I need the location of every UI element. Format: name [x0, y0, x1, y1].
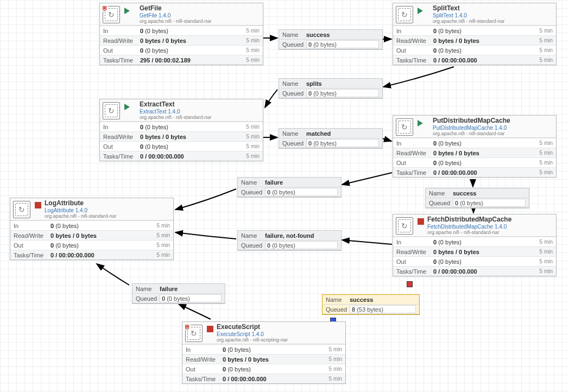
processor-icon	[396, 118, 413, 136]
stat-row: Read/Write0 bytes / 0 bytes5 min	[10, 230, 173, 240]
processor-version: GetFile 1.4.0	[140, 12, 263, 19]
connection-c_success2[interactable]: NamesuccessQueued0 (0 bytes)	[425, 188, 529, 208]
stat-row: Tasks/Time295 / 00:00:02.1895 min	[100, 55, 263, 65]
stat-row: Read/Write0 bytes / 0 bytes5 min	[393, 246, 556, 256]
connection-name-row: Namematched	[279, 129, 382, 138]
processor-name: GetFile	[140, 5, 263, 12]
processor-name: LogAttribute	[45, 200, 173, 207]
processor-name: PutDistributedMapCache	[433, 117, 556, 125]
queue-row: Queued0 (0 bytes)	[426, 198, 529, 208]
processor-SplitText[interactable]: SplitTextSplitText 1.4.0org.apache.nifi …	[393, 3, 557, 65]
processor-name: FetchDistributedMapCache	[427, 216, 556, 224]
stat-row: Read/Write0 bytes / 0 bytes5 min	[393, 148, 556, 157]
connection-c_splits[interactable]: NamesplitsQueued0 (0 bytes)	[279, 78, 383, 99]
processor-version: PutDistributedMapCache 1.4.0	[433, 125, 556, 131]
stat-row: Out0 (0 bytes)5 min	[100, 45, 263, 55]
stat-row: Tasks/Time0 / 00:00:00.0005 min	[393, 55, 556, 65]
queue-row: Queued0 (0 bytes)	[279, 138, 382, 148]
run-state-icon	[124, 104, 136, 110]
warning-icon: ⛨	[184, 324, 191, 330]
queue-row: Queued0 (0 bytes)	[238, 241, 341, 250]
processor-PutDMC[interactable]: PutDistributedMapCachePutDistributedMapC…	[393, 115, 557, 178]
processor-version: FetchDistributedMapCache 1.4.0	[427, 224, 556, 230]
processor-icon	[103, 102, 120, 119]
processor-version: LogAttribute 1.4.0	[45, 207, 173, 214]
connection-name-row: Namefailure, not-found	[238, 231, 341, 241]
processor-LogAttr[interactable]: LogAttributeLogAttribute 1.4.0org.apache…	[10, 198, 174, 260]
stat-row: In0 (0 bytes)5 min	[182, 344, 345, 354]
connection-c_failnf[interactable]: Namefailure, not-foundQueued0 (0 bytes)	[237, 230, 342, 251]
processor-bundle: org.apache.nifi - nifi-standard-nar	[140, 18, 263, 24]
stopped-state-icon	[35, 202, 41, 208]
stat-row: Read/Write0 bytes / 0 bytes5 min	[393, 35, 556, 45]
queue-row: Queued8 (53 bytes)	[323, 305, 419, 314]
processor-FetchDMC[interactable]: FetchDistributedMapCacheFetchDistributed…	[393, 214, 557, 276]
processor-GetFile[interactable]: ⛨GetFileGetFile 1.4.0org.apache.nifi - n…	[99, 3, 263, 65]
stat-row: In0 (0 bytes)5 min	[10, 220, 173, 230]
stat-row: In0 (0 bytes)5 min	[100, 122, 263, 131]
stat-row: Tasks/Time0 / 00:00:00.0005 min	[100, 151, 263, 161]
processor-icon: ⛨	[103, 6, 120, 23]
run-state-icon	[124, 8, 136, 14]
stat-row: Out0 (0 bytes)5 min	[393, 45, 556, 55]
stat-row: In0 (0 bytes)5 min	[100, 26, 263, 35]
queue-row: Queued0 (0 bytes)	[238, 187, 341, 197]
connection-name-row: Namesplits	[279, 79, 382, 88]
stat-row: Tasks/Time0 / 00:00:00.0005 min	[10, 250, 173, 260]
connection-name-row: Namesuccess	[426, 188, 529, 198]
stat-row: Tasks/Time0 / 00:00:00.0005 min	[393, 167, 556, 177]
connection-name-row: Namefailure	[238, 178, 341, 187]
processor-bundle: org.apache.nifi - nifi-standard-nar	[427, 230, 556, 235]
processor-version: SplitText 1.4.0	[433, 12, 556, 19]
connection-port-source[interactable]	[407, 281, 413, 287]
connection-c_success3[interactable]: NamesuccessQueued8 (53 bytes)	[322, 294, 420, 315]
processor-version: ExecuteScript 1.4.0	[217, 331, 345, 338]
processor-bundle: org.apache.nifi - nifi-standard-nar	[140, 115, 263, 120]
stat-row: Read/Write0 bytes / 0 bytes5 min	[100, 131, 263, 141]
processor-bundle: org.apache.nifi - nifi-standard-nar	[433, 131, 556, 136]
stat-row: Out0 (0 bytes)5 min	[182, 364, 345, 374]
warning-icon: ⛨	[102, 5, 108, 11]
processor-ExecScript[interactable]: ⛨ExecuteScriptExecuteScript 1.4.0org.apa…	[182, 321, 346, 384]
processor-icon	[396, 6, 413, 23]
processor-name: SplitText	[433, 5, 556, 12]
processor-name: ExecuteScript	[217, 324, 345, 331]
connection-c_success1[interactable]: NamesuccessQueued0 (0 bytes)	[279, 29, 383, 50]
stat-row: Out0 (0 bytes)5 min	[393, 256, 556, 266]
queue-row: Queued0 (0 bytes)	[132, 294, 225, 304]
stopped-state-icon	[418, 218, 424, 225]
connection-c_failure1[interactable]: NamefailureQueued0 (0 bytes)	[237, 177, 342, 198]
run-state-icon	[418, 8, 429, 14]
stat-row: Tasks/Time0 / 00:00:00.0005 min	[393, 266, 556, 276]
processor-icon	[396, 217, 413, 235]
queue-row: Queued0 (0 bytes)	[279, 40, 382, 49]
processor-ExtractText[interactable]: ExtractTextExtractText 1.4.0org.apache.n…	[99, 99, 263, 161]
stat-row: In0 (0 bytes)5 min	[393, 26, 556, 35]
stat-row: In0 (0 bytes)5 min	[393, 138, 556, 148]
stat-row: Out0 (0 bytes)5 min	[100, 141, 263, 151]
processor-name: ExtractText	[140, 101, 263, 109]
stat-row: Read/Write0 bytes / 0 bytes5 min	[100, 35, 263, 45]
processor-icon: ⛨	[185, 325, 203, 342]
run-state-icon	[418, 120, 429, 127]
processor-bundle: org.apache.nifi - nifi-scripting-nar	[217, 337, 345, 343]
stat-row: Out0 (0 bytes)5 min	[10, 240, 173, 250]
stat-row: In0 (0 bytes)5 min	[393, 237, 556, 246]
stopped-state-icon	[207, 326, 213, 332]
processor-bundle: org.apache.nifi - nifi-standard-nar	[45, 213, 173, 219]
processor-version: ExtractText 1.4.0	[140, 109, 263, 115]
processor-icon	[13, 201, 30, 218]
stat-row: Out0 (0 bytes)5 min	[393, 157, 556, 167]
connection-name-row: Namesuccess	[323, 295, 419, 305]
processor-bundle: org.apache.nifi - nifi-standard-nar	[433, 18, 556, 24]
connection-name-row: Namesuccess	[279, 30, 382, 40]
connection-c_failure2[interactable]: NamefailureQueued0 (0 bytes)	[132, 283, 225, 304]
stat-row: Tasks/Time0 / 00:00:00.0005 min	[182, 374, 345, 383]
queue-row: Queued0 (0 bytes)	[279, 88, 382, 98]
connection-c_matched[interactable]: NamematchedQueued0 (0 bytes)	[279, 128, 383, 149]
stat-row: Read/Write0 bytes / 0 bytes5 min	[182, 354, 345, 364]
connection-name-row: Namefailure	[132, 284, 225, 294]
